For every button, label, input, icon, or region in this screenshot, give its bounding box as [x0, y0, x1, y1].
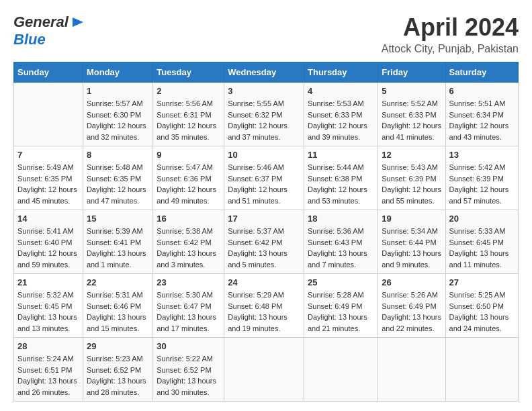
- main-title: April 2024: [382, 13, 519, 42]
- cell-content: Sunrise: 5:57 AM Sunset: 6:30 PM Dayligh…: [87, 98, 149, 142]
- sunrise-text: Sunrise: 5:56 AM: [157, 98, 220, 109]
- day-number: 28: [17, 341, 79, 351]
- calendar-cell: 1 Sunrise: 5:57 AM Sunset: 6:30 PM Dayli…: [83, 83, 152, 146]
- daylight-text: Daylight: 12 hours and 35 minutes.: [157, 120, 220, 142]
- sunrise-text: Sunrise: 5:38 AM: [157, 226, 220, 237]
- sunset-text: Sunset: 6:42 PM: [157, 237, 220, 248]
- sunrise-text: Sunrise: 5:39 AM: [87, 226, 149, 237]
- cell-content: Sunrise: 5:56 AM Sunset: 6:31 PM Dayligh…: [157, 98, 220, 142]
- calendar-week-row: 1 Sunrise: 5:57 AM Sunset: 6:30 PM Dayli…: [14, 83, 519, 146]
- calendar-cell: 29 Sunrise: 5:23 AM Sunset: 6:52 PM Dayl…: [83, 338, 152, 402]
- day-number: 24: [228, 277, 300, 287]
- day-number: 9: [157, 150, 220, 160]
- day-number: 10: [228, 150, 300, 160]
- cell-content: Sunrise: 5:26 AM Sunset: 6:49 PM Dayligh…: [382, 289, 441, 334]
- sunrise-text: Sunrise: 5:42 AM: [449, 162, 515, 173]
- day-number: 12: [382, 150, 441, 160]
- day-number: 18: [308, 214, 374, 224]
- day-number: 14: [17, 214, 79, 224]
- logo-icon: [70, 15, 85, 30]
- daylight-text: Daylight: 12 hours and 55 minutes.: [382, 184, 441, 206]
- calendar-cell: 18 Sunrise: 5:36 AM Sunset: 6:43 PM Dayl…: [304, 210, 378, 274]
- sunset-text: Sunset: 6:33 PM: [308, 109, 374, 121]
- day-number: 22: [87, 277, 149, 287]
- sunset-text: Sunset: 6:42 PM: [228, 237, 300, 248]
- day-number: 16: [157, 214, 220, 224]
- sunrise-text: Sunrise: 5:25 AM: [449, 289, 515, 301]
- cell-content: Sunrise: 5:47 AM Sunset: 6:36 PM Dayligh…: [157, 162, 220, 206]
- calendar-cell: 26 Sunrise: 5:26 AM Sunset: 6:49 PM Dayl…: [378, 274, 445, 338]
- calendar-cell: 5 Sunrise: 5:52 AM Sunset: 6:33 PM Dayli…: [378, 83, 445, 146]
- cell-content: Sunrise: 5:46 AM Sunset: 6:37 PM Dayligh…: [228, 162, 300, 206]
- sunrise-text: Sunrise: 5:34 AM: [382, 226, 441, 237]
- calendar-cell: 6 Sunrise: 5:51 AM Sunset: 6:34 PM Dayli…: [445, 83, 518, 146]
- calendar-cell: 20 Sunrise: 5:33 AM Sunset: 6:45 PM Dayl…: [445, 210, 518, 274]
- sunset-text: Sunset: 6:44 PM: [382, 237, 441, 248]
- daylight-text: Daylight: 12 hours and 49 minutes.: [157, 184, 220, 206]
- cell-content: Sunrise: 5:33 AM Sunset: 6:45 PM Dayligh…: [449, 226, 515, 270]
- calendar-cell: 12 Sunrise: 5:43 AM Sunset: 6:39 PM Dayl…: [378, 146, 445, 210]
- sunrise-text: Sunrise: 5:23 AM: [87, 353, 149, 365]
- daylight-text: Daylight: 12 hours and 37 minutes.: [228, 120, 300, 142]
- calendar-cell: 16 Sunrise: 5:38 AM Sunset: 6:42 PM Dayl…: [153, 210, 224, 274]
- sunset-text: Sunset: 6:37 PM: [228, 173, 300, 185]
- weekday-header: Wednesday: [224, 62, 304, 83]
- calendar-cell: 23 Sunrise: 5:30 AM Sunset: 6:47 PM Dayl…: [153, 274, 224, 338]
- daylight-text: Daylight: 13 hours and 17 minutes.: [157, 312, 220, 334]
- weekday-header: Tuesday: [153, 62, 224, 83]
- calendar-cell: 30 Sunrise: 5:22 AM Sunset: 6:52 PM Dayl…: [153, 338, 224, 402]
- calendar-cell: 15 Sunrise: 5:39 AM Sunset: 6:41 PM Dayl…: [83, 210, 152, 274]
- sunset-text: Sunset: 6:35 PM: [17, 173, 79, 185]
- sunset-text: Sunset: 6:47 PM: [157, 301, 220, 312]
- daylight-text: Daylight: 12 hours and 32 minutes.: [87, 120, 149, 142]
- calendar-cell: [378, 338, 445, 402]
- sunrise-text: Sunrise: 5:33 AM: [449, 226, 515, 237]
- sunrise-text: Sunrise: 5:51 AM: [449, 98, 515, 109]
- day-number: 5: [382, 86, 441, 96]
- daylight-text: Daylight: 13 hours and 22 minutes.: [382, 312, 441, 334]
- cell-content: Sunrise: 5:55 AM Sunset: 6:32 PM Dayligh…: [228, 98, 300, 142]
- sunset-text: Sunset: 6:51 PM: [17, 365, 79, 376]
- sunrise-text: Sunrise: 5:49 AM: [17, 162, 79, 173]
- sunrise-text: Sunrise: 5:30 AM: [157, 289, 220, 301]
- calendar-cell: 3 Sunrise: 5:55 AM Sunset: 6:32 PM Dayli…: [224, 83, 304, 146]
- cell-content: Sunrise: 5:52 AM Sunset: 6:33 PM Dayligh…: [382, 98, 441, 142]
- daylight-text: Daylight: 13 hours and 28 minutes.: [87, 375, 149, 398]
- cell-content: Sunrise: 5:51 AM Sunset: 6:34 PM Dayligh…: [449, 98, 515, 142]
- daylight-text: Daylight: 13 hours and 15 minutes.: [87, 312, 149, 334]
- sunrise-text: Sunrise: 5:31 AM: [87, 289, 149, 301]
- sunset-text: Sunset: 6:43 PM: [308, 237, 374, 248]
- sunrise-text: Sunrise: 5:52 AM: [382, 98, 441, 109]
- daylight-text: Daylight: 13 hours and 7 minutes.: [308, 248, 374, 270]
- sunrise-text: Sunrise: 5:28 AM: [308, 289, 374, 301]
- calendar-cell: 8 Sunrise: 5:48 AM Sunset: 6:35 PM Dayli…: [83, 146, 152, 210]
- calendar-cell: 17 Sunrise: 5:37 AM Sunset: 6:42 PM Dayl…: [224, 210, 304, 274]
- sunrise-text: Sunrise: 5:53 AM: [308, 98, 374, 109]
- cell-content: Sunrise: 5:22 AM Sunset: 6:52 PM Dayligh…: [157, 353, 220, 398]
- day-number: 23: [157, 277, 220, 287]
- svg-marker-0: [73, 17, 83, 27]
- day-number: 20: [449, 214, 515, 224]
- sunset-text: Sunset: 6:49 PM: [308, 301, 374, 312]
- cell-content: Sunrise: 5:31 AM Sunset: 6:46 PM Dayligh…: [87, 289, 149, 334]
- daylight-text: Daylight: 13 hours and 24 minutes.: [449, 312, 515, 334]
- weekday-header: Thursday: [304, 62, 378, 83]
- cell-content: Sunrise: 5:41 AM Sunset: 6:40 PM Dayligh…: [17, 226, 79, 270]
- calendar-cell: 28 Sunrise: 5:24 AM Sunset: 6:51 PM Dayl…: [14, 338, 83, 402]
- calendar-cell: 13 Sunrise: 5:42 AM Sunset: 6:39 PM Dayl…: [445, 146, 518, 210]
- cell-content: Sunrise: 5:23 AM Sunset: 6:52 PM Dayligh…: [87, 353, 149, 398]
- sunrise-text: Sunrise: 5:29 AM: [228, 289, 300, 301]
- day-number: 8: [87, 150, 149, 160]
- sunrise-text: Sunrise: 5:47 AM: [157, 162, 220, 173]
- logo-blue: Blue: [13, 31, 46, 48]
- weekday-header: Saturday: [445, 62, 518, 83]
- calendar-cell: [224, 338, 304, 402]
- calendar-cell: 24 Sunrise: 5:29 AM Sunset: 6:48 PM Dayl…: [224, 274, 304, 338]
- sunset-text: Sunset: 6:39 PM: [449, 173, 515, 185]
- sunset-text: Sunset: 6:46 PM: [87, 301, 149, 312]
- cell-content: Sunrise: 5:39 AM Sunset: 6:41 PM Dayligh…: [87, 226, 149, 270]
- day-number: 13: [449, 150, 515, 160]
- daylight-text: Daylight: 13 hours and 3 minutes.: [157, 248, 220, 270]
- day-number: 29: [87, 341, 149, 351]
- day-number: 1: [87, 86, 149, 96]
